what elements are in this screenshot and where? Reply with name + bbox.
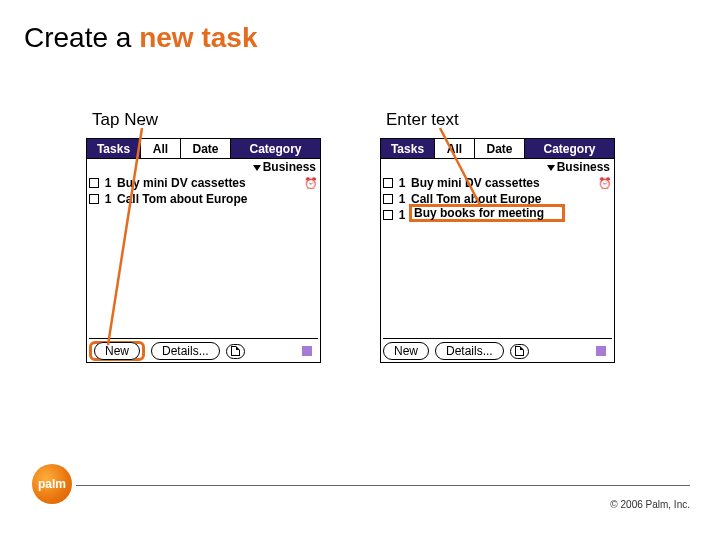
details-button[interactable]: Details...: [435, 342, 504, 360]
dropdown-triangle-icon: [253, 165, 261, 171]
palm-logo: palm: [32, 464, 72, 504]
category-filter[interactable]: Business: [381, 159, 614, 174]
task-text: Call Tom about Europe: [117, 192, 247, 206]
header-tab-category[interactable]: Category: [525, 139, 614, 158]
graffiti-indicator-icon: [596, 346, 606, 356]
alarm-icon: [304, 177, 316, 189]
task-list: 1 Buy mini DV cassettes 1 Call Tom about…: [87, 174, 320, 207]
alarm-icon: [598, 177, 610, 189]
note-button[interactable]: [226, 344, 245, 359]
task-row[interactable]: 1 Buy mini DV cassettes: [89, 175, 318, 191]
checkbox-icon[interactable]: [383, 178, 393, 188]
palm-screen-left: Tasks All Date Category Business 1 Buy m…: [86, 138, 321, 363]
task-priority: 1: [397, 192, 407, 206]
header-tab-date[interactable]: Date: [475, 139, 525, 158]
new-task-input-highlight[interactable]: Buy books for meeting: [409, 204, 565, 222]
task-priority: 1: [397, 208, 407, 222]
checkbox-icon[interactable]: [89, 194, 99, 204]
task-text: Buy mini DV cassettes: [117, 176, 246, 190]
details-button[interactable]: Details...: [151, 342, 220, 360]
task-row[interactable]: 1 Call Tom about Europe: [89, 191, 318, 207]
note-icon: [231, 346, 240, 356]
task-priority: 1: [397, 176, 407, 190]
header-tab-all[interactable]: All: [141, 139, 181, 158]
note-icon: [515, 346, 524, 356]
palm-header: Tasks All Date Category: [381, 139, 614, 159]
slide-title-pre: Create a: [24, 22, 139, 53]
header-tab-category[interactable]: Category: [231, 139, 320, 158]
slide-title: Create a new task: [24, 22, 257, 54]
caption-tap-new: Tap New: [92, 110, 158, 130]
task-row-new[interactable]: 1 Buy books for meeting: [383, 207, 612, 223]
header-tab-date[interactable]: Date: [181, 139, 231, 158]
highlight-new-button: New: [89, 341, 145, 361]
palm-footer: New Details...: [89, 338, 318, 360]
task-priority: 1: [103, 176, 113, 190]
header-tab-all[interactable]: All: [435, 139, 475, 158]
graffiti-indicator-icon: [302, 346, 312, 356]
task-list: 1 Buy mini DV cassettes 1 Call Tom about…: [381, 174, 614, 223]
copyright-text: © 2006 Palm, Inc.: [610, 499, 690, 510]
dropdown-triangle-icon: [547, 165, 555, 171]
category-filter-label: Business: [263, 160, 316, 174]
checkbox-icon[interactable]: [383, 194, 393, 204]
caption-enter-text: Enter text: [386, 110, 459, 130]
new-button[interactable]: New: [383, 342, 429, 360]
palm-screen-right: Tasks All Date Category Business 1 Buy m…: [380, 138, 615, 363]
header-tab-tasks[interactable]: Tasks: [381, 139, 435, 158]
new-task-input-text: Buy books for meeting: [414, 206, 544, 220]
task-text: Buy mini DV cassettes: [411, 176, 540, 190]
task-priority: 1: [103, 192, 113, 206]
checkbox-icon[interactable]: [89, 178, 99, 188]
category-filter[interactable]: Business: [87, 159, 320, 174]
new-button[interactable]: New: [94, 342, 140, 360]
header-tab-tasks[interactable]: Tasks: [87, 139, 141, 158]
task-row[interactable]: 1 Buy mini DV cassettes: [383, 175, 612, 191]
category-filter-label: Business: [557, 160, 610, 174]
palm-footer: New Details...: [383, 338, 612, 360]
slide-divider: [76, 485, 690, 486]
palm-header: Tasks All Date Category: [87, 139, 320, 159]
note-button[interactable]: [510, 344, 529, 359]
slide-title-emphasis: new task: [139, 22, 257, 53]
checkbox-icon[interactable]: [383, 210, 393, 220]
palm-logo-text: palm: [38, 477, 66, 491]
